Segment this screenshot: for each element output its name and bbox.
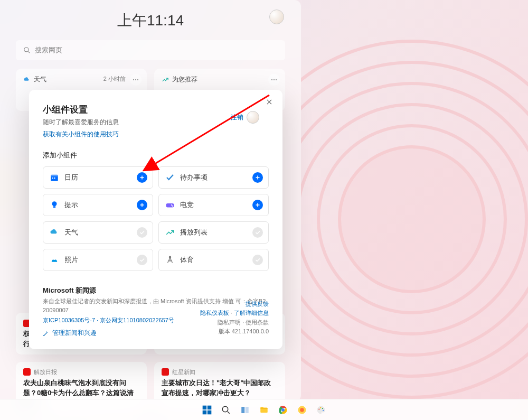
desktop-icon[interactable]	[2, 127, 11, 136]
taskbar	[0, 399, 528, 420]
sport-icon	[165, 255, 175, 265]
svg-point-24	[322, 407, 323, 408]
source-badge-icon	[23, 368, 31, 376]
widget-item-label: 日历	[64, 173, 78, 182]
widget-item-playlist[interactable]: 播放列表	[158, 221, 269, 244]
desktop-icon[interactable]	[2, 209, 11, 218]
user-avatar-icon	[247, 111, 259, 124]
bulb-icon	[50, 200, 59, 210]
svg-point-19	[281, 408, 285, 412]
add-widgets-heading: 添加小组件	[43, 151, 269, 160]
trend-icon	[162, 76, 169, 83]
add-widget-button[interactable]	[252, 172, 263, 183]
feedback-link[interactable]: 提供反馈	[246, 301, 269, 307]
folder-icon	[259, 405, 269, 415]
card-more-icon[interactable]: ⋯	[130, 74, 142, 86]
privacy-dashboard-link[interactable]: 隐私仪表板	[200, 310, 229, 316]
widget-item-game[interactable]: 电竞	[158, 194, 269, 216]
close-button[interactable]	[263, 96, 275, 108]
taskbar-taskview[interactable]	[238, 403, 252, 417]
start-button[interactable]	[200, 403, 214, 417]
svg-point-8	[172, 206, 173, 207]
widget-item-label: 照片	[64, 255, 78, 265]
widget-settings-dialog: 注销 小组件设置 随时了解最喜爱服务的信息 获取有关小组件的使用技巧 添加小组件…	[29, 90, 282, 349]
windows-icon	[202, 405, 212, 415]
widget-item-label: 播放列表	[180, 228, 208, 237]
taskbar-paint[interactable]	[314, 403, 328, 417]
close-icon	[266, 98, 273, 106]
widget-item-calendar[interactable]: 日历	[43, 166, 153, 189]
desktop-icon[interactable]	[2, 170, 11, 180]
widget-item-label: 待办事项	[180, 173, 208, 182]
svg-point-7	[171, 204, 172, 206]
weather-icon	[50, 228, 59, 237]
add-widget-button[interactable]	[252, 200, 263, 210]
svg-rect-14	[208, 410, 212, 414]
widget-item-label: 电竞	[180, 200, 194, 210]
svg-rect-4	[54, 178, 55, 179]
widget-item-sport[interactable]: 体育	[158, 249, 269, 271]
clock-time: 上午11:14	[16, 11, 285, 31]
pencil-icon	[43, 330, 49, 337]
logout-link[interactable]: 注销	[231, 111, 259, 124]
svg-point-5	[52, 201, 57, 206]
app-icon	[297, 405, 307, 415]
tips-link[interactable]: 获取有关小组件的使用技巧	[43, 130, 119, 139]
source-badge-icon	[162, 368, 169, 376]
user-avatar[interactable]	[269, 10, 284, 24]
widget-item-label: 体育	[180, 255, 194, 265]
newsfeed-title: Microsoft 新闻源	[43, 286, 269, 295]
photo-icon	[50, 255, 59, 265]
widget-item-label: 天气	[64, 228, 78, 237]
game-icon	[165, 200, 175, 210]
playlist-icon	[165, 228, 175, 237]
taskbar-search[interactable]	[219, 403, 233, 417]
widget-item-check[interactable]: 待办事项	[158, 166, 269, 189]
svg-point-25	[323, 409, 324, 410]
search-icon	[221, 405, 231, 415]
taskbar-app[interactable]	[295, 403, 309, 417]
svg-point-21	[300, 408, 304, 412]
svg-point-15	[222, 406, 228, 412]
svg-rect-2	[51, 175, 58, 176]
check-icon	[165, 173, 175, 182]
palette-icon	[316, 405, 326, 415]
taskbar-chrome[interactable]	[276, 403, 290, 417]
svg-rect-13	[203, 410, 207, 414]
chrome-icon	[278, 405, 288, 415]
svg-rect-6	[53, 206, 56, 208]
add-widget-button[interactable]	[137, 200, 147, 210]
widget-item-photo[interactable]: 照片	[43, 249, 153, 271]
widget-added-icon	[252, 255, 263, 265]
svg-point-0	[24, 48, 29, 52]
taskbar-explorer[interactable]	[257, 403, 271, 417]
svg-rect-11	[203, 405, 207, 409]
footer-right: 提供反馈 隐私仪表板 · 了解详细信息 隐私声明 · 使用条款 版本 421.1…	[200, 300, 269, 337]
search-icon	[23, 46, 31, 54]
svg-rect-12	[208, 405, 212, 409]
svg-point-22	[318, 408, 319, 409]
widget-added-icon	[137, 255, 147, 265]
details-link[interactable]: 了解详细信息	[234, 310, 269, 316]
widget-added-icon	[137, 227, 147, 238]
add-widget-button[interactable]	[137, 172, 147, 183]
widget-item-bulb[interactable]: 提示	[43, 194, 153, 216]
svg-point-9	[53, 257, 56, 260]
widget-added-icon	[252, 227, 263, 238]
news-title: 主要城市次日达！"老大哥"中国邮政宣布提速，对哪家冲击更大？	[162, 378, 278, 398]
weather-icon	[23, 76, 31, 83]
search-placeholder: 搜索网页	[35, 45, 62, 55]
widget-item-label: 提示	[64, 200, 78, 210]
svg-point-23	[320, 407, 321, 408]
svg-rect-17	[246, 407, 249, 413]
version-label: 版本 421.17400.0.0	[219, 328, 269, 334]
calendar-icon	[50, 173, 59, 182]
svg-rect-16	[241, 407, 244, 413]
taskview-icon	[240, 405, 250, 415]
widget-item-weather[interactable]: 天气	[43, 221, 153, 244]
widget-grid: 日历待办事项提示电竞天气播放列表照片体育	[43, 166, 269, 271]
svg-rect-3	[52, 178, 53, 179]
